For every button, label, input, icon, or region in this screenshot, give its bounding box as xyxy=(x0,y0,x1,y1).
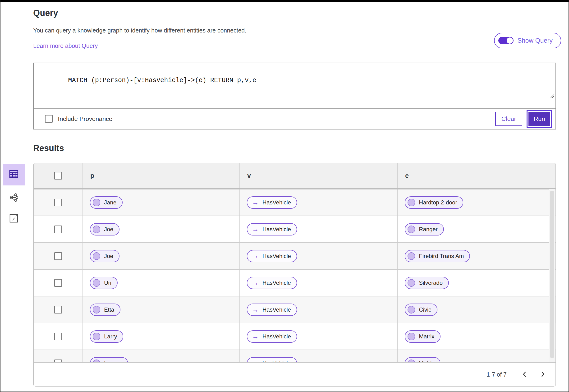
node-circle-icon xyxy=(93,199,100,206)
pill-label: Firebird Trans Am xyxy=(419,253,464,259)
arrow-right-icon: → xyxy=(252,306,259,313)
row-checkbox[interactable] xyxy=(54,306,62,313)
include-provenance-label: Include Provenance xyxy=(58,115,112,123)
arrow-right-icon: → xyxy=(252,360,259,363)
row-checkbox[interactable] xyxy=(54,279,62,287)
row-checkbox[interactable] xyxy=(54,360,62,363)
node-pill[interactable]: Joe xyxy=(90,223,120,236)
page-description: You can query a knowledge graph to ident… xyxy=(33,27,556,34)
pagination-range-label: 1-7 of 7 xyxy=(486,371,507,378)
results-view-switcher xyxy=(3,164,25,227)
edge-pill[interactable]: →HasVehicle xyxy=(247,196,297,209)
pill-label: Joe xyxy=(104,226,113,233)
column-header-e[interactable]: e xyxy=(398,172,409,180)
pill-label: Silverado xyxy=(419,280,443,286)
query-editor-footer: Include Provenance Clear Run xyxy=(34,109,555,129)
results-heading: Results xyxy=(33,143,556,153)
node-pill[interactable]: Uri xyxy=(90,277,118,289)
pill-label: Etta xyxy=(104,306,114,313)
arrow-right-icon: → xyxy=(252,280,259,286)
node-pill[interactable]: Firebird Trans Am xyxy=(405,250,470,262)
include-provenance-checkbox[interactable] xyxy=(45,115,53,123)
previous-page-button[interactable] xyxy=(520,369,529,380)
edge-pill[interactable]: →HasVehicle xyxy=(247,330,297,343)
run-button[interactable]: Run xyxy=(527,110,552,128)
toggle-on-icon[interactable] xyxy=(498,37,513,44)
clear-button[interactable]: Clear xyxy=(495,112,522,126)
pill-label: Matrix xyxy=(419,360,434,363)
arrow-right-icon: → xyxy=(252,226,259,233)
next-page-button[interactable] xyxy=(538,369,547,380)
row-checkbox[interactable] xyxy=(54,252,62,260)
node-pill[interactable]: Larry xyxy=(90,330,123,343)
pill-label: HasVehicle xyxy=(263,360,291,363)
column-header-v[interactable]: v xyxy=(240,172,251,180)
node-pill[interactable]: Jane xyxy=(90,196,123,209)
table-row: Etta→HasVehicleCivic xyxy=(34,296,555,323)
node-pill[interactable]: Hardtop 2-door xyxy=(405,196,463,209)
chevron-left-icon xyxy=(522,371,527,378)
results-table: p v e Jane→HasVehicleHardtop 2-doorJoe→H… xyxy=(33,163,556,387)
table-row: Joe→HasVehicleFirebird Trans Am xyxy=(34,242,555,269)
row-checkbox[interactable] xyxy=(54,199,62,206)
node-circle-icon xyxy=(93,333,100,340)
textarea-resize-handle-icon[interactable] xyxy=(518,86,555,107)
node-pill[interactable]: Silverado xyxy=(405,277,449,289)
node-circle-icon xyxy=(408,360,415,363)
edge-pill[interactable]: →HasVehicle xyxy=(247,223,297,236)
edge-pill[interactable]: →HasVehicle xyxy=(247,357,297,363)
pill-label: Larry xyxy=(104,333,117,340)
node-pill[interactable]: Matrix xyxy=(405,330,441,343)
pill-label: Lauren xyxy=(104,360,122,363)
table-icon xyxy=(9,170,18,179)
node-pill[interactable]: Civic xyxy=(405,304,437,316)
pill-label: Jane xyxy=(104,199,116,206)
edge-pill[interactable]: →HasVehicle xyxy=(247,277,297,289)
scatter-chart-icon xyxy=(10,214,18,224)
pill-label: Ranger xyxy=(419,226,438,233)
table-pagination-footer: 1-7 of 7 xyxy=(34,362,555,386)
show-query-toggle-button[interactable]: Show Query xyxy=(494,33,561,48)
table-header-row: p v e xyxy=(34,163,555,189)
scrollbar-thumb[interactable] xyxy=(550,191,554,358)
learn-more-link[interactable]: Learn more about Query xyxy=(33,42,98,49)
node-pill[interactable]: Matrix xyxy=(405,357,441,363)
show-query-label: Show Query xyxy=(517,37,553,44)
table-row: Lauren→HasVehicleMatrix xyxy=(34,350,555,362)
pill-label: HasVehicle xyxy=(263,199,291,206)
table-row: Jane→HasVehicleHardtop 2-door xyxy=(34,189,555,216)
row-checkbox[interactable] xyxy=(54,225,62,233)
graph-view-button[interactable] xyxy=(3,190,25,206)
pill-label: HasVehicle xyxy=(263,280,291,286)
node-circle-icon xyxy=(408,333,415,340)
edge-pill[interactable]: →HasVehicle xyxy=(247,250,297,262)
table-row: Larry→HasVehicleMatrix xyxy=(34,323,555,350)
node-circle-icon xyxy=(93,252,100,260)
node-pill[interactable]: Lauren xyxy=(90,357,128,363)
row-checkbox[interactable] xyxy=(54,333,62,340)
pill-label: Matrix xyxy=(419,333,434,340)
node-pill[interactable]: Etta xyxy=(90,304,120,316)
arrow-right-icon: → xyxy=(252,333,259,340)
query-text-input[interactable]: MATCH (p:Person)-[v:HasVehicle]->(e) RET… xyxy=(34,63,555,109)
pill-label: Civic xyxy=(419,306,431,313)
table-view-button[interactable] xyxy=(3,164,25,185)
node-circle-icon xyxy=(93,279,100,287)
pill-label: HasVehicle xyxy=(263,253,291,259)
page-title: Query xyxy=(33,2,556,18)
table-vertical-scrollbar[interactable] xyxy=(549,189,555,362)
column-header-p[interactable]: p xyxy=(83,172,94,180)
pill-label: Uri xyxy=(104,280,111,286)
pill-label: HasVehicle xyxy=(263,333,291,340)
chart-view-button[interactable] xyxy=(3,210,25,227)
table-row: Uri→HasVehicleSilverado xyxy=(34,269,555,296)
header-checkbox-cell xyxy=(34,163,83,188)
select-all-checkbox[interactable] xyxy=(54,172,62,180)
node-circle-icon xyxy=(93,306,100,313)
node-pill[interactable]: Joe xyxy=(90,250,120,262)
pill-label: HasVehicle xyxy=(263,226,291,233)
node-circle-icon xyxy=(93,360,100,363)
node-circle-icon xyxy=(408,279,415,287)
edge-pill[interactable]: →HasVehicle xyxy=(247,304,297,316)
node-pill[interactable]: Ranger xyxy=(405,223,444,236)
